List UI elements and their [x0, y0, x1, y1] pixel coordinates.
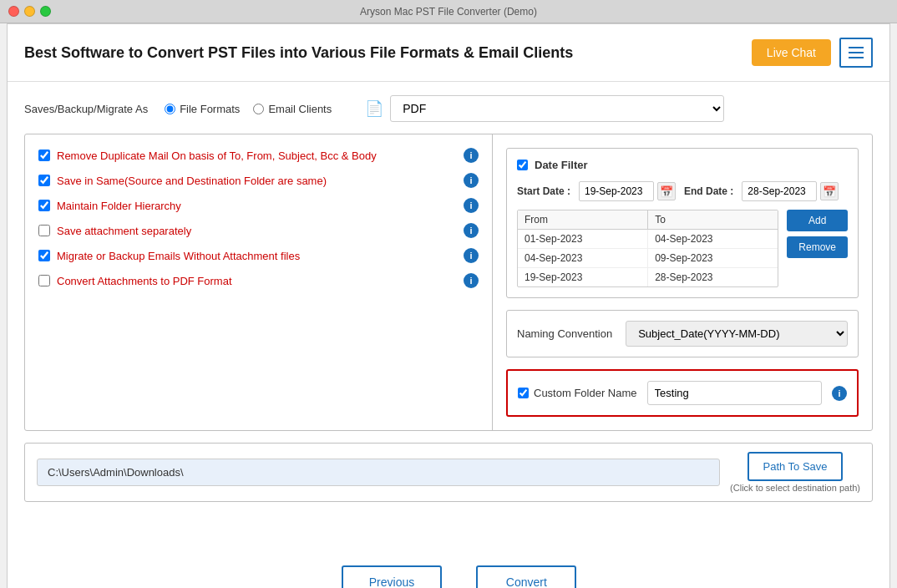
date-filter-section: Date Filter Start Date : 📅 End Date : — [506, 148, 859, 298]
start-date-calendar-icon[interactable]: 📅 — [657, 182, 676, 200]
option-label-6[interactable]: Convert Attachments to PDF Format — [57, 275, 457, 287]
add-date-button[interactable]: Add — [787, 210, 848, 231]
naming-convention-section: Naming Convention Subject_Date(YYYY-MM-D… — [506, 310, 859, 357]
date-filter-header: Date Filter — [517, 159, 848, 171]
date-table-wrap: From To 01-Sep-2023 04-Sep-2023 04-Sep-2… — [517, 210, 848, 287]
option-item-1: Remove Duplicate Mail On basis of To, Fr… — [38, 148, 479, 163]
table-row[interactable]: 04-Sep-2023 09-Sep-2023 — [518, 249, 778, 268]
maximize-button[interactable] — [40, 6, 51, 17]
path-display: C:\Users\Admin\Downloads\ — [37, 459, 720, 486]
radio-email-clients[interactable] — [253, 104, 264, 114]
option-label-5[interactable]: Migrate or Backup Emails Without Attachm… — [57, 250, 457, 262]
main-panel: Remove Duplicate Mail On basis of To, Fr… — [24, 134, 873, 431]
info-icon-2[interactable]: i — [464, 173, 479, 188]
custom-folder-check: Custom Folder Name — [518, 387, 637, 399]
format-radio-group: File Formats Email Clients — [165, 103, 332, 115]
from-cell-2: 04-Sep-2023 — [518, 249, 648, 267]
save-migrate-label: Saves/Backup/Migrate As — [24, 103, 148, 115]
to-cell-1: 04-Sep-2023 — [648, 230, 778, 248]
menu-line-1 — [849, 47, 864, 48]
info-icon-4[interactable]: i — [464, 223, 479, 238]
custom-folder-info-icon[interactable]: i — [832, 386, 847, 401]
live-chat-button[interactable]: Live Chat — [752, 39, 831, 66]
to-cell-2: 09-Sep-2023 — [648, 249, 778, 267]
end-date-label: End Date : — [684, 185, 733, 197]
pdf-icon: 📄 — [365, 99, 383, 118]
info-icon-6[interactable]: i — [464, 273, 479, 288]
option-label-4[interactable]: Save attachment separately — [57, 225, 457, 237]
from-cell-1: 01-Sep-2023 — [518, 230, 648, 248]
minimize-button[interactable] — [24, 6, 35, 17]
table-row[interactable]: 19-Sep-2023 28-Sep-2023 — [518, 268, 778, 286]
custom-folder-input[interactable] — [647, 381, 822, 405]
bottom-area: Previous (Click here to go to previous p… — [8, 515, 889, 588]
path-save-wrap: Path To Save (Click to select destinatio… — [730, 452, 860, 493]
format-select[interactable]: PDF PST MBOX MSG EML HTML — [390, 95, 724, 122]
app-header: Best Software to Convert PST Files into … — [8, 24, 889, 82]
window-controls — [8, 6, 51, 17]
date-table-header: From To — [518, 210, 778, 230]
format-select-wrap: 📄 PDF PST MBOX MSG EML HTML — [365, 95, 873, 122]
info-icon-3[interactable]: i — [464, 198, 479, 213]
date-filter-label[interactable]: Date Filter — [535, 159, 588, 171]
custom-folder-section: Custom Folder Name i — [506, 369, 859, 417]
naming-select[interactable]: Subject_Date(YYYY-MM-DD) Date_Subject Su… — [626, 321, 848, 347]
end-date-input[interactable] — [742, 181, 817, 201]
option-label-3[interactable]: Maintain Folder Hierarchy — [57, 200, 457, 212]
radio-email-clients-label[interactable]: Email Clients — [253, 103, 332, 115]
option-label-1[interactable]: Remove Duplicate Mail On basis of To, Fr… — [57, 150, 457, 162]
title-bar: Aryson Mac PST File Converter (Demo) — [0, 0, 897, 23]
col-to: To — [648, 210, 778, 230]
menu-line-2 — [849, 52, 864, 53]
right-options-panel: Date Filter Start Date : 📅 End Date : — [493, 134, 872, 430]
checkbox-opt3[interactable] — [38, 200, 50, 211]
checkbox-opt6[interactable] — [38, 275, 50, 286]
custom-folder-checkbox[interactable] — [518, 388, 529, 398]
checkbox-opt1[interactable] — [38, 150, 50, 161]
path-hint: (Click to select destination path) — [730, 483, 860, 493]
radio-file-formats[interactable] — [165, 104, 175, 114]
bottom-buttons: Previous (Click here to go to previous p… — [24, 532, 873, 588]
end-date-calendar-icon[interactable]: 📅 — [820, 182, 839, 200]
date-table-actions: Add Remove — [787, 210, 848, 287]
page-title: Best Software to Convert PST Files into … — [24, 44, 573, 62]
menu-line-3 — [849, 57, 864, 58]
start-date-input[interactable] — [579, 181, 654, 201]
date-filter-checkbox[interactable] — [517, 160, 528, 170]
option-item-3: Maintain Folder Hierarchy i — [38, 198, 479, 213]
date-range-row: Start Date : 📅 End Date : 📅 — [517, 181, 848, 201]
left-options-panel: Remove Duplicate Mail On basis of To, Fr… — [25, 134, 493, 430]
info-icon-1[interactable]: i — [464, 148, 479, 163]
start-date-wrap: 📅 — [579, 181, 676, 201]
custom-folder-label[interactable]: Custom Folder Name — [534, 387, 637, 399]
window-title: Aryson Mac PST File Converter (Demo) — [360, 6, 537, 18]
option-label-2[interactable]: Save in Same(Source and Destination Fold… — [57, 175, 457, 187]
naming-label: Naming Convention — [517, 327, 612, 340]
path-to-save-button[interactable]: Path To Save — [748, 452, 842, 481]
remove-date-button[interactable]: Remove — [787, 236, 848, 258]
main-content: Saves/Backup/Migrate As File Formats Ema… — [8, 82, 889, 515]
end-date-wrap: 📅 — [742, 181, 839, 201]
option-item-4: Save attachment separately i — [38, 223, 479, 238]
close-button[interactable] — [8, 6, 19, 17]
radio-file-formats-label[interactable]: File Formats — [165, 103, 240, 115]
menu-button[interactable] — [839, 38, 873, 68]
option-item-5: Migrate or Backup Emails Without Attachm… — [38, 248, 479, 263]
previous-button[interactable]: Previous — [342, 565, 442, 588]
option-item-6: Convert Attachments to PDF Format i — [38, 273, 479, 288]
date-range-table: From To 01-Sep-2023 04-Sep-2023 04-Sep-2… — [517, 210, 778, 287]
checkbox-opt4[interactable] — [38, 225, 50, 236]
info-icon-5[interactable]: i — [464, 248, 479, 263]
from-cell-3: 19-Sep-2023 — [518, 268, 648, 286]
table-row[interactable]: 01-Sep-2023 04-Sep-2023 — [518, 230, 778, 249]
convert-button[interactable]: Convert — [476, 565, 576, 588]
save-migrate-row: Saves/Backup/Migrate As File Formats Ema… — [24, 95, 873, 122]
path-section: C:\Users\Admin\Downloads\ Path To Save (… — [24, 443, 873, 502]
start-date-label: Start Date : — [517, 185, 570, 197]
option-item-2: Save in Same(Source and Destination Fold… — [38, 173, 479, 188]
previous-button-wrap: Previous (Click here to go to previous p… — [321, 565, 464, 588]
checkbox-opt2[interactable] — [38, 175, 50, 186]
checkbox-opt5[interactable] — [38, 250, 50, 261]
convert-button-wrap: Convert (Click here to Convert) — [476, 565, 576, 588]
col-from: From — [518, 210, 648, 230]
